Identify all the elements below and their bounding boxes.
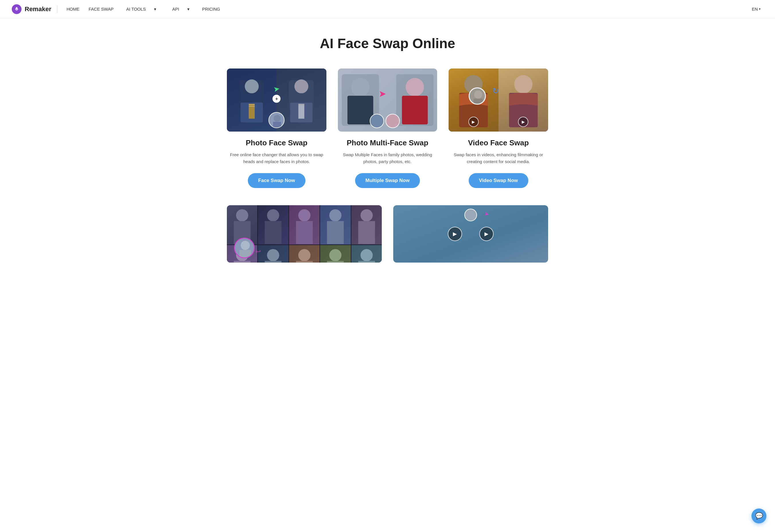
video-play-button-right[interactable]: ▶ [518,117,528,127]
svg-point-9 [294,79,308,93]
svg-point-39 [267,249,279,261]
svg-rect-11 [298,104,304,119]
small-face-left [370,114,384,128]
nav-links: HOME FACE SWAP AI TOOLS ▾ API ▾ PRICING [63,3,223,15]
small-face-overlay [268,112,284,128]
video-right-panel: ▶ [499,69,548,132]
svg-rect-38 [234,261,251,263]
svg-rect-34 [327,221,344,244]
svg-point-35 [360,209,373,222]
grid-person-svg-5 [351,205,382,245]
pricing-link[interactable]: PRICING [199,5,224,13]
grid-person-svg-3 [289,205,319,245]
logo-text: Remaker [25,5,51,13]
curved-arrow-icon: ➤ [483,210,490,218]
logo-icon [11,4,22,14]
svg-rect-46 [358,261,375,263]
face-swap-link[interactable]: FACE SWAP [85,5,117,13]
grid-person-svg-4 [320,205,350,245]
video-face-swap-desc: Swap faces in videos, enhancing filmmaki… [450,151,547,165]
main-content: AI Face Swap Online [215,18,560,285]
svg-point-16 [351,78,369,96]
svg-point-13 [274,115,280,122]
grid-cell-4 [320,205,350,245]
svg-point-23 [514,75,532,93]
page-title: AI Face Swap Online [227,36,548,51]
language-label: EN [752,7,758,11]
svg-point-41 [298,249,310,261]
photo-multi-face-swap-title: Photo Multi-Face Swap [347,138,429,147]
grid-cell-5 [351,205,382,245]
play-button-right[interactable]: ▶ [479,227,494,241]
grid-person-svg-7 [258,245,288,263]
grid-cell-9 [320,245,350,263]
photo-face-swap-image: ➤ + [227,69,326,132]
svg-point-3 [245,79,259,93]
video-group-swap-image: ➤ ▶ ▶ [393,205,548,263]
api-link[interactable]: API ▾ [165,3,196,15]
grid-person-svg-10 [351,245,382,263]
svg-rect-32 [296,221,313,244]
face-swap-now-button[interactable]: Face Swap Now [248,173,305,188]
video-face-swap-image: ▶ ▶ [449,69,548,132]
photo-multi-face-swap-image: ➤ [338,69,438,132]
photo-multi-face-swap-card: ➤ Photo Multi-Face Swap Swap Multiple Fa… [338,69,438,188]
svg-rect-48 [239,250,251,258]
photo-face-swap-desc: Free online face changer that allows you… [228,151,325,165]
purple-arrow-icon: ↩ [255,248,261,255]
video-scene: ➤ ▶ ▶ [393,205,548,263]
svg-rect-17 [347,96,373,124]
api-chevron-icon: ▾ [184,5,193,13]
grid-person-svg-2 [258,205,288,245]
circle-person-overlay [234,238,255,258]
video-play-button-left[interactable]: ▶ [469,117,479,127]
lang-chevron-icon: ▾ [759,7,761,11]
svg-point-43 [329,249,341,261]
svg-rect-20 [402,96,428,124]
swap-indicator: ➤ + [272,85,280,103]
svg-point-33 [329,209,341,222]
grid-cell-2 [258,205,288,245]
language-selector[interactable]: EN ▾ [749,5,764,13]
photo-face-swap-title: Photo Face Swap [246,138,307,147]
swap-arrow-icon: ➤ [273,84,280,94]
svg-rect-14 [273,122,281,128]
video-swap-now-button[interactable]: Video Swap Now [469,173,528,188]
video-face-swap-card: ▶ ▶ [449,69,548,188]
grid-person-svg-9 [320,245,350,263]
small-face-right [385,114,400,128]
grid-cell-7 [258,245,288,263]
svg-rect-40 [265,261,282,263]
multi-image-grid-image: ↩ [227,205,382,263]
photo-multi-face-swap-desc: Swap Multiple Faces in family photos, we… [339,151,436,165]
grid-cell-8 [289,245,319,263]
plus-icon: + [272,95,280,103]
video-group-swap-card: ➤ ▶ ▶ [393,205,548,263]
svg-rect-30 [265,221,282,244]
svg-point-47 [241,241,250,250]
grid-cell-10 [351,245,382,263]
logo-link[interactable]: Remaker [11,4,51,14]
grid-person-svg-8 [289,245,319,263]
bottom-row: ↩ ➤ ▶ ▶ [227,205,548,263]
home-link[interactable]: HOME [63,5,83,13]
source-face-circle [465,209,477,221]
video-face-circle-left [469,87,486,105]
multiple-swap-now-button[interactable]: Multiple Swap Now [355,173,420,188]
svg-point-31 [298,209,310,222]
cards-row: ➤ + [227,69,548,188]
photo-face-swap-card: ➤ + [227,69,326,188]
pink-arrow-icon: ➤ [378,88,386,99]
multi-image-grid-card: ↩ [227,205,382,263]
svg-rect-44 [327,261,344,263]
play-button-left[interactable]: ▶ [448,227,462,241]
ai-tools-chevron-icon: ▾ [151,5,160,13]
svg-point-1 [16,7,17,9]
video-face-swap-title: Video Face Swap [468,138,529,147]
svg-point-25 [474,91,482,99]
navbar: Remaker HOME FACE SWAP AI TOOLS ▾ API ▾ … [0,0,775,18]
svg-point-29 [267,209,279,222]
svg-rect-42 [296,261,313,263]
nav-divider [57,5,57,13]
ai-tools-link[interactable]: AI TOOLS ▾ [119,3,163,15]
